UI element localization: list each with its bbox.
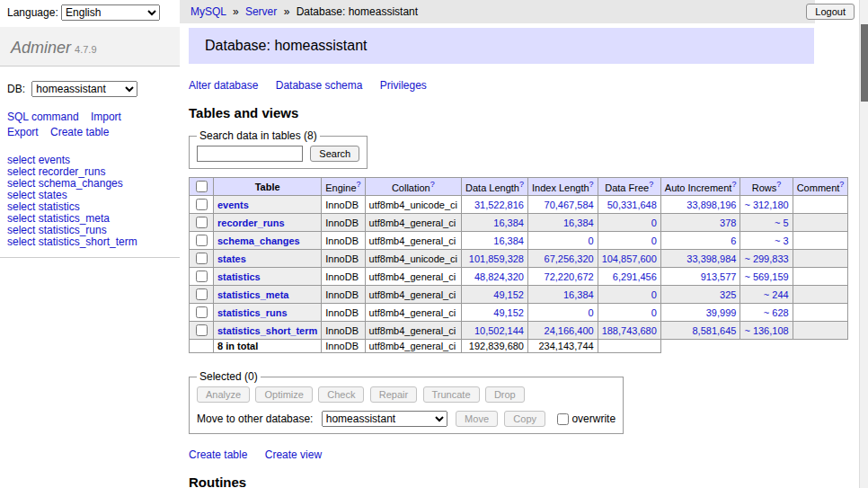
column-header-collation: Collation? xyxy=(365,178,461,196)
help-link-icon[interactable]: ? xyxy=(839,180,844,189)
database-schema-link[interactable]: Database schema xyxy=(276,79,363,92)
data-free-link[interactable]: 0 xyxy=(651,235,657,246)
grid-header-row: Table Engine? Collation? Data Length? In… xyxy=(190,178,848,196)
help-link-icon[interactable]: ? xyxy=(357,180,361,189)
help-link-icon[interactable]: ? xyxy=(589,180,594,189)
data-free-link[interactable]: 0 xyxy=(651,289,657,300)
index-length-link[interactable]: 16,384 xyxy=(563,217,594,228)
index-length-link[interactable]: 0 xyxy=(589,235,594,246)
optimize-button[interactable]: Optimize xyxy=(255,386,312,403)
data-length-link[interactable]: 16,384 xyxy=(493,217,524,228)
engine-cell: InnoDB xyxy=(322,286,365,304)
rows-count-link[interactable]: ~ 312,180 xyxy=(744,200,788,210)
row-checkbox[interactable] xyxy=(196,324,208,336)
row-checkbox[interactable] xyxy=(196,235,208,246)
data-free-link[interactable]: 104,857,600 xyxy=(602,253,657,264)
index-length-link[interactable]: 67,256,320 xyxy=(545,253,594,264)
row-checkbox[interactable] xyxy=(196,253,208,264)
data-length-link[interactable]: 48,824,320 xyxy=(474,271,524,282)
help-link-icon[interactable]: ? xyxy=(519,180,524,189)
vertical-scrollbar[interactable] xyxy=(859,0,868,488)
data-length-link[interactable]: 49,152 xyxy=(493,289,524,300)
help-link-icon[interactable]: ? xyxy=(776,180,781,189)
index-length-link[interactable]: 0 xyxy=(589,307,594,318)
table-name-link[interactable]: events xyxy=(217,200,249,210)
index-length-link[interactable]: 16,384 xyxy=(563,289,594,300)
alter-database-link[interactable]: Alter database xyxy=(189,79,258,92)
row-checkbox[interactable] xyxy=(196,271,208,282)
auto-increment-link[interactable]: 8,581,645 xyxy=(692,325,736,336)
breadcrumb-mysql-link[interactable]: MySQL xyxy=(190,5,226,18)
rows-count-link[interactable]: ~ 244 xyxy=(764,289,789,300)
auto-increment-link[interactable]: 33,398,984 xyxy=(686,253,736,264)
data-free-link[interactable]: 0 xyxy=(651,217,657,228)
move-database-select[interactable]: homeassistant xyxy=(322,411,447,427)
table-name-link[interactable]: statistics_runs xyxy=(217,307,288,318)
db-select[interactable]: homeassistant xyxy=(31,81,137,97)
help-link-icon[interactable]: ? xyxy=(731,180,736,189)
total-engine: InnoDB xyxy=(322,340,365,353)
rows-count-link[interactable]: ~ 136,108 xyxy=(744,325,788,336)
help-link-icon[interactable]: ? xyxy=(430,180,435,189)
data-free-link[interactable]: 188,743,680 xyxy=(602,325,657,336)
move-button[interactable]: Move xyxy=(456,411,498,427)
data-length-link[interactable]: 49,152 xyxy=(493,307,524,318)
engine-cell: InnoDB xyxy=(322,214,365,232)
auto-increment-link[interactable]: 378 xyxy=(720,217,736,228)
language-select[interactable]: English xyxy=(61,4,160,21)
sidebar-export-link[interactable]: Export xyxy=(7,126,39,138)
table-name-link[interactable]: statistics xyxy=(217,271,261,282)
table-name-link[interactable]: states xyxy=(217,253,246,264)
data-length-link[interactable]: 16,384 xyxy=(493,235,524,246)
auto-increment-link[interactable]: 325 xyxy=(720,289,736,300)
check-button[interactable]: Check xyxy=(318,386,364,403)
auto-increment-link[interactable]: 39,999 xyxy=(706,307,737,318)
data-free-link[interactable]: 6,291,456 xyxy=(613,271,657,282)
rows-count-link[interactable]: ~ 5 xyxy=(775,217,789,228)
column-header-auto-increment: Auto Increment? xyxy=(660,178,740,196)
sidebar-create-table-link[interactable]: Create table xyxy=(50,126,109,138)
sidebar-select-statistics-short-term-link[interactable]: select statistics_short_term xyxy=(7,236,180,248)
repair-button[interactable]: Repair xyxy=(370,386,417,403)
auto-increment-link[interactable]: 33,898,196 xyxy=(686,200,736,210)
data-length-link[interactable]: 31,522,816 xyxy=(474,200,524,210)
index-length-link[interactable]: 24,166,400 xyxy=(545,325,594,336)
row-checkbox[interactable] xyxy=(196,288,208,300)
sidebar-import-link[interactable]: Import xyxy=(91,111,121,123)
overwrite-checkbox[interactable] xyxy=(557,413,569,425)
scrollbar-thumb[interactable] xyxy=(861,24,868,102)
create-table-link[interactable]: Create table xyxy=(189,448,247,461)
rows-count-link[interactable]: ~ 299,833 xyxy=(744,253,788,264)
row-checkbox[interactable] xyxy=(196,306,208,318)
search-input[interactable] xyxy=(197,146,303,162)
data-length-link[interactable]: 101,859,328 xyxy=(469,253,524,264)
breadcrumb-server-link[interactable]: Server xyxy=(245,5,277,18)
table-name-link[interactable]: statistics_meta xyxy=(217,289,289,300)
truncate-button[interactable]: Truncate xyxy=(423,386,480,403)
row-checkbox[interactable] xyxy=(196,217,208,228)
index-length-link[interactable]: 70,467,584 xyxy=(545,200,594,210)
rows-count-link[interactable]: ~ 628 xyxy=(764,307,789,318)
data-length-link[interactable]: 10,502,144 xyxy=(474,325,524,336)
copy-button[interactable]: Copy xyxy=(504,411,545,427)
data-free-link[interactable]: 0 xyxy=(651,307,657,318)
analyze-button[interactable]: Analyze xyxy=(197,386,250,403)
rows-count-link[interactable]: ~ 569,159 xyxy=(744,271,788,282)
index-length-link[interactable]: 72,220,672 xyxy=(545,271,594,282)
search-button[interactable]: Search xyxy=(310,146,359,162)
auto-increment-link[interactable]: 6 xyxy=(731,235,736,246)
rows-count-link[interactable]: ~ 3 xyxy=(775,235,789,246)
privileges-link[interactable]: Privileges xyxy=(380,79,427,92)
help-link-icon[interactable]: ? xyxy=(649,180,653,189)
data-free-link[interactable]: 50,331,648 xyxy=(607,200,657,210)
row-checkbox[interactable] xyxy=(196,199,208,210)
drop-button[interactable]: Drop xyxy=(485,386,525,403)
auto-increment-link[interactable]: 913,577 xyxy=(701,271,737,282)
table-name-link[interactable]: statistics_short_term xyxy=(217,325,317,336)
sidebar-sql-command-link[interactable]: SQL command xyxy=(7,111,79,123)
table-name-link[interactable]: recorder_runs xyxy=(217,217,285,228)
create-view-link[interactable]: Create view xyxy=(265,448,322,461)
select-all-checkbox[interactable] xyxy=(196,181,208,192)
table-name-link[interactable]: schema_changes xyxy=(217,235,300,246)
logout-button[interactable]: Logout xyxy=(806,4,855,20)
